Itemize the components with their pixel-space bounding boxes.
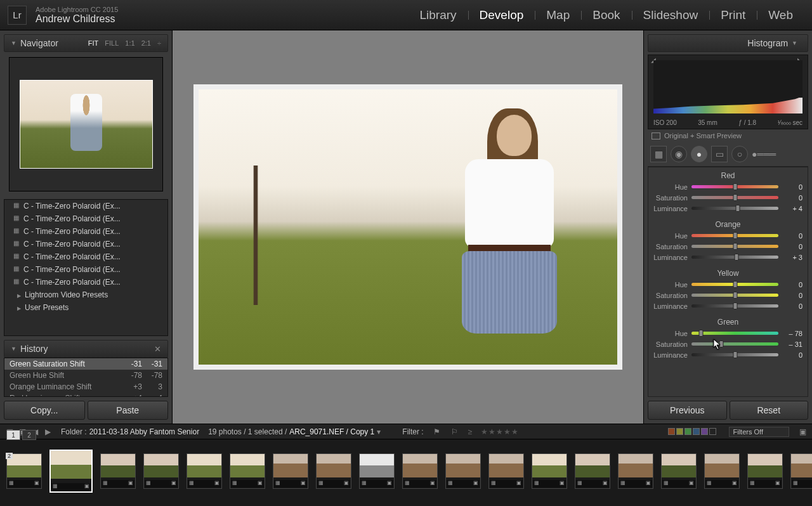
filmstrip-thumb[interactable]: ▦▣ (273, 453, 308, 489)
lum-slider[interactable]: Luminance+ 3 (653, 252, 802, 263)
folder-name[interactable]: 2011-03-18 Abby Fantom Senior (89, 427, 199, 436)
slider-value[interactable]: – 31 (782, 341, 802, 348)
slider-handle[interactable] (733, 302, 737, 309)
preset-item[interactable]: C - Time-Zero Polaroid (Ex... (4, 250, 167, 263)
filmstrip-thumb[interactable]: ▦▣ (49, 450, 93, 493)
slider-value[interactable]: + 3 (782, 254, 802, 261)
slider-track[interactable] (691, 304, 778, 308)
filmstrip-thumb[interactable]: ▦▣ (100, 453, 136, 489)
slider-value[interactable]: 0 (782, 183, 802, 191)
slider-track[interactable] (691, 185, 778, 188)
slider-value[interactable]: 0 (782, 232, 802, 240)
brush-tool[interactable]: ●═══ (752, 146, 806, 162)
radial-tool[interactable]: ○ (731, 146, 748, 162)
color-label-filter[interactable] (668, 428, 716, 435)
preset-item[interactable]: C - Time-Zero Polaroid (Ex... (4, 225, 167, 238)
filmstrip-thumb[interactable]: ▦▣ (747, 453, 783, 489)
history-header[interactable]: ▼ History ✕ (4, 340, 168, 358)
filmstrip-thumb[interactable]: ▦▣ (532, 453, 567, 489)
main-canvas[interactable] (173, 30, 643, 424)
slider-handle[interactable] (719, 341, 723, 347)
module-book[interactable]: Book (581, 8, 631, 22)
sat-slider[interactable]: Saturation0 (653, 241, 802, 252)
filters-dropdown[interactable]: Filters Off (729, 427, 789, 437)
filmstrip-thumb[interactable]: ▦▣ (618, 453, 653, 489)
filmstrip-thumb[interactable]: ▦▣ (704, 453, 740, 489)
preset-item[interactable]: C - Time-Zero Polaroid (Ex... (4, 200, 167, 212)
slider-value[interactable]: 0 (782, 292, 802, 299)
module-print[interactable]: Print (709, 8, 757, 22)
preset-folder[interactable]: Lightroom Video Presets (4, 289, 167, 301)
slider-handle[interactable] (733, 194, 737, 201)
slider-handle[interactable] (699, 330, 704, 337)
paste-button[interactable]: Paste (88, 401, 169, 420)
filmstrip-thumb[interactable]: ▦▣ (230, 453, 265, 489)
presets-list[interactable]: C - Time-Zero Polaroid (Ex...C - Time-Ze… (4, 199, 168, 336)
filmstrip-thumb[interactable]: ▦▣ (359, 453, 395, 489)
slider-track[interactable] (691, 294, 778, 297)
hue-slider[interactable]: Hue0 (653, 230, 802, 241)
filmstrip-thumb[interactable]: ▦▣ (316, 453, 351, 489)
filter-lock-icon[interactable]: ▣ (798, 427, 807, 436)
sat-slider[interactable]: Saturation0 (653, 290, 802, 301)
slider-handle[interactable] (733, 243, 737, 250)
slider-track[interactable] (691, 234, 778, 237)
slider-handle[interactable] (733, 351, 737, 358)
preset-item[interactable]: C - Time-Zero Polaroid (Ex... (4, 276, 167, 289)
filmstrip-thumb[interactable]: ▦▣ (187, 453, 222, 489)
histogram-header[interactable]: Histogram ▼ (648, 34, 808, 52)
slider-handle[interactable] (735, 254, 739, 261)
filmstrip-thumb[interactable]: ▦▣ (488, 453, 524, 489)
slider-track[interactable] (691, 196, 778, 199)
preset-item[interactable]: C - Time-Zero Polaroid (Ex... (4, 263, 167, 276)
history-row[interactable]: Green Saturation Shift-31-31 (4, 358, 167, 370)
slider-track[interactable] (691, 283, 778, 286)
zoom-2:1[interactable]: 2:1 (141, 39, 151, 47)
slider-handle[interactable] (733, 183, 737, 190)
zoom-fill[interactable]: FILL (105, 39, 119, 47)
filmstrip-thumb[interactable]: ▦▣ (790, 453, 812, 489)
module-slideshow[interactable]: Slideshow (632, 8, 710, 22)
slider-track[interactable] (691, 342, 778, 346)
slider-value[interactable]: + 4 (782, 205, 802, 212)
lum-slider[interactable]: Luminance0 (653, 301, 802, 311)
module-web[interactable]: Web (757, 8, 804, 22)
slider-value[interactable]: 0 (782, 302, 802, 310)
page-1[interactable]: 1 (6, 430, 20, 440)
rating-filter[interactable]: ★★★★★ (481, 427, 518, 436)
slider-value[interactable]: 0 (782, 351, 802, 359)
history-row[interactable]: Orange Luminance Shift+33 (4, 381, 167, 392)
preset-item[interactable]: C - Time-Zero Polaroid (Ex... (4, 212, 167, 225)
history-row[interactable]: Green Hue Shift-78-78 (4, 370, 167, 381)
crop-tool[interactable]: ▦ (650, 146, 667, 162)
lum-slider[interactable]: Luminance0 (653, 349, 802, 360)
next-arrow-icon[interactable]: ▶ (43, 427, 52, 436)
filmstrip-thumb[interactable]: ▦▣ (402, 453, 438, 489)
slider-handle[interactable] (735, 205, 740, 212)
filmstrip-thumb[interactable]: ▦▣ (143, 453, 179, 489)
module-map[interactable]: Map (535, 8, 581, 22)
slider-track[interactable] (691, 256, 778, 259)
preset-folder[interactable]: User Presets (4, 301, 167, 314)
hue-slider[interactable]: Hue0 (653, 181, 802, 192)
hue-slider[interactable]: Hue0 (653, 279, 802, 290)
zoom-1:1[interactable]: 1:1 (125, 39, 134, 47)
page-2[interactable]: 2 (22, 430, 36, 440)
slider-track[interactable] (691, 353, 778, 356)
slider-handle[interactable] (733, 292, 737, 299)
history-row[interactable]: Red Luminance Shift+44 (4, 392, 167, 397)
close-icon[interactable]: ✕ (154, 344, 161, 354)
preset-item[interactable]: C - Time-Zero Polaroid (Ex... (4, 238, 167, 250)
flag-rejected-icon[interactable]: ⚐ (450, 427, 459, 436)
gradient-tool[interactable]: ▭ (711, 146, 728, 162)
navigator-header[interactable]: ▼ Navigator FITFILL1:12:1÷ (4, 34, 168, 52)
reset-button[interactable]: Reset (730, 401, 809, 420)
slider-value[interactable]: 0 (782, 281, 802, 289)
filmstrip[interactable]: ▦▣2▦▣▦▣▦▣▦▣▦▣▦▣▦▣▦▣▦▣▦▣▦▣▦▣▦▣▦▣▦▣▦▣▦▣▦▣ (0, 439, 812, 502)
zoom-fit[interactable]: FIT (88, 39, 99, 47)
slider-track[interactable] (691, 207, 778, 210)
flag-picked-icon[interactable]: ⚑ (433, 427, 442, 436)
hue-slider[interactable]: Hue– 78 (653, 328, 802, 339)
slider-track[interactable] (691, 245, 778, 248)
sat-slider[interactable]: Saturation– 31 (653, 339, 802, 349)
